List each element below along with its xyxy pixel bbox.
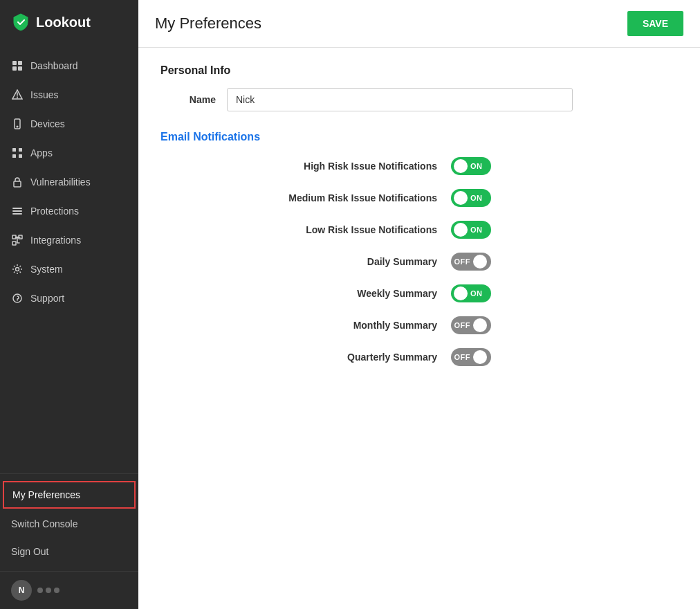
toggle-text-quarterly-summary: OFF — [454, 353, 471, 361]
notification-row-quarterly-summary: Quarterly SummaryOFF — [160, 348, 678, 366]
svg-rect-17 — [12, 242, 16, 245]
main-content-area: My Preferences SAVE Personal Info Name E… — [138, 0, 700, 609]
dashboard-icon — [11, 60, 24, 72]
toggle-text-daily-summary: OFF — [454, 257, 471, 266]
svg-rect-3 — [18, 66, 22, 71]
support-icon — [11, 292, 24, 304]
sidebar-item-label-apps: Apps — [30, 147, 53, 158]
notification-row-weekly-summary: Weekly SummaryON — [160, 284, 678, 302]
switch-console-label: Switch Console — [11, 518, 78, 529]
notification-row-high-risk: High Risk Issue NotificationsON — [160, 157, 678, 175]
sidebar-item-dashboard[interactable]: Dashboard — [0, 51, 138, 80]
sign-out-label: Sign Out — [11, 546, 48, 557]
toggle-quarterly-summary[interactable]: OFF — [451, 348, 491, 366]
name-field-row: Name — [160, 88, 678, 111]
notification-rows: High Risk Issue NotificationsONMedium Ri… — [160, 157, 678, 366]
svg-rect-7 — [19, 148, 22, 152]
sidebar-item-label-issues: Issues — [30, 89, 58, 100]
page-title: My Preferences — [155, 15, 261, 33]
sidebar-user: N — [0, 571, 138, 609]
svg-rect-6 — [12, 148, 16, 152]
save-button[interactable]: SAVE — [627, 11, 683, 36]
toggle-medium-risk[interactable]: ON — [451, 189, 491, 207]
my-preferences-item[interactable]: My Preferences — [3, 481, 136, 509]
switch-console-item[interactable]: Switch Console — [0, 510, 138, 538]
sidebar-item-apps[interactable]: Apps — [0, 138, 138, 167]
toggle-knob-high-risk — [454, 159, 468, 173]
svg-rect-10 — [14, 181, 21, 187]
svg-rect-0 — [12, 61, 17, 65]
svg-point-5 — [17, 126, 18, 127]
sidebar-item-label-system: System — [30, 264, 63, 275]
notification-label-monthly-summary: Monthly Summary — [271, 320, 437, 331]
sidebar-item-label-vulnerabilities: Vulnerabilities — [30, 176, 91, 188]
avatar-dot-3 — [54, 588, 59, 593]
sidebar-item-protections[interactable]: Protections — [0, 197, 138, 226]
sidebar: Lookout Dashboard Issues Devices — [0, 0, 138, 609]
toggle-knob-monthly-summary — [473, 318, 487, 332]
logo-shield-icon — [11, 12, 30, 32]
toggle-weekly-summary[interactable]: ON — [451, 284, 491, 302]
toggle-monthly-summary[interactable]: OFF — [451, 316, 491, 334]
svg-rect-9 — [19, 154, 22, 158]
logo[interactable]: Lookout — [0, 0, 138, 44]
sidebar-item-label-devices: Devices — [30, 118, 65, 129]
personal-info-section: Personal Info Name — [160, 64, 678, 111]
svg-rect-8 — [12, 154, 16, 158]
integrations-icon — [11, 234, 24, 246]
notification-label-high-risk: High Risk Issue Notifications — [271, 161, 437, 172]
sidebar-bottom: My Preferences Switch Console Sign Out — [0, 473, 138, 571]
avatar-dot-1 — [37, 588, 43, 593]
svg-rect-2 — [12, 66, 17, 71]
toggle-knob-quarterly-summary — [473, 350, 487, 364]
toggle-knob-weekly-summary — [454, 287, 468, 300]
toggle-high-risk[interactable]: ON — [451, 157, 491, 175]
sidebar-item-integrations[interactable]: Integrations — [0, 226, 138, 255]
sidebar-item-label-protections: Protections — [30, 206, 79, 217]
toggle-text-weekly-summary: ON — [470, 289, 483, 298]
notification-label-medium-risk: Medium Risk Issue Notifications — [271, 192, 437, 203]
toggle-low-risk[interactable]: ON — [451, 221, 491, 239]
toggle-text-medium-risk: ON — [470, 194, 483, 202]
toggle-text-low-risk: ON — [470, 226, 483, 234]
name-label: Name — [160, 94, 216, 105]
sidebar-item-label-dashboard: Dashboard — [30, 60, 78, 71]
toggle-knob-low-risk — [454, 223, 468, 237]
sidebar-nav: Dashboard Issues Devices Apps — [0, 44, 138, 473]
protections-icon — [11, 205, 24, 217]
main-body: Personal Info Name Email Notifications H… — [138, 48, 700, 397]
sidebar-item-vulnerabilities[interactable]: Vulnerabilities — [0, 167, 138, 197]
sidebar-item-system[interactable]: System — [0, 255, 138, 284]
sidebar-item-label-support: Support — [30, 293, 64, 304]
svg-point-19 — [13, 294, 21, 302]
sidebar-item-devices[interactable]: Devices — [0, 109, 138, 138]
sidebar-item-issues[interactable]: Issues — [0, 80, 138, 109]
name-input[interactable] — [227, 88, 573, 111]
avatar: N — [11, 580, 32, 601]
svg-point-18 — [16, 268, 19, 271]
personal-info-title: Personal Info — [160, 64, 678, 77]
notification-row-daily-summary: Daily SummaryOFF — [160, 253, 678, 271]
svg-rect-11 — [12, 208, 22, 209]
main-header: My Preferences SAVE — [138, 0, 700, 48]
email-notifications-title: Email Notifications — [160, 131, 678, 143]
toggle-text-high-risk: ON — [470, 162, 483, 170]
toggle-daily-summary[interactable]: OFF — [451, 253, 491, 271]
sign-out-item[interactable]: Sign Out — [0, 538, 138, 565]
svg-rect-13 — [12, 213, 22, 215]
avatar-dot-2 — [46, 588, 51, 593]
toggle-text-monthly-summary: OFF — [454, 321, 471, 329]
toggle-knob-daily-summary — [473, 255, 487, 269]
svg-rect-1 — [18, 61, 22, 65]
email-notifications-section: Email Notifications High Risk Issue Noti… — [160, 131, 678, 366]
logo-text: Lookout — [36, 15, 91, 30]
notification-row-medium-risk: Medium Risk Issue NotificationsON — [160, 189, 678, 207]
notification-row-low-risk: Low Risk Issue NotificationsON — [160, 221, 678, 239]
sidebar-item-support[interactable]: Support — [0, 284, 138, 313]
notification-label-low-risk: Low Risk Issue Notifications — [271, 224, 437, 235]
issues-icon — [11, 89, 24, 101]
notification-row-monthly-summary: Monthly SummaryOFF — [160, 316, 678, 334]
toggle-knob-medium-risk — [454, 191, 468, 205]
notification-label-daily-summary: Daily Summary — [271, 256, 437, 267]
apps-icon — [11, 147, 24, 159]
